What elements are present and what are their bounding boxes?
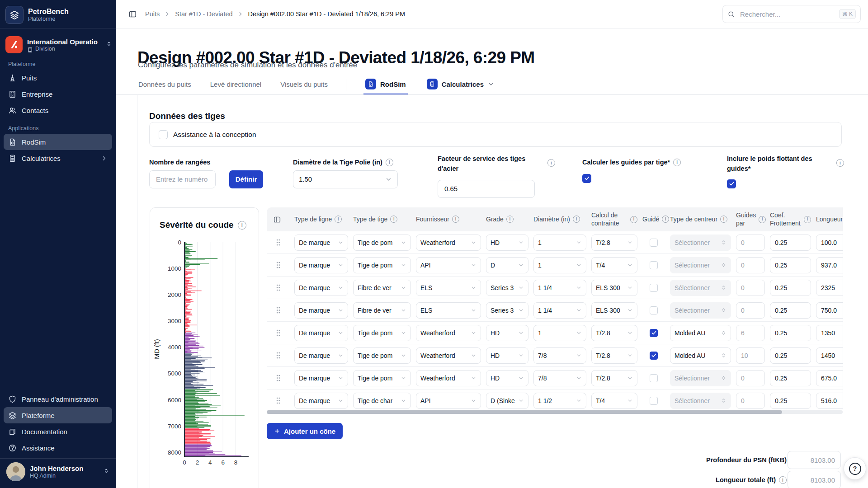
- dia-select[interactable]: 1 1/4: [533, 302, 586, 319]
- guides-per-input[interactable]: 0: [736, 393, 765, 409]
- centralizer-select[interactable]: Molded AU: [670, 325, 731, 341]
- centralizer-select[interactable]: Sélectionner: [670, 393, 731, 409]
- vendor-select[interactable]: Weatherford: [416, 235, 481, 251]
- guided-checkbox[interactable]: [650, 374, 658, 382]
- length-input[interactable]: 750.0: [816, 302, 843, 319]
- info-icon[interactable]: i: [673, 159, 681, 166]
- stress-select[interactable]: T/2.8: [591, 235, 637, 251]
- rod-select[interactable]: Tige de pom: [353, 347, 411, 364]
- length-input[interactable]: 2325: [816, 280, 843, 296]
- set-rows-button[interactable]: Définir: [229, 170, 263, 188]
- breadcrumb-link[interactable]: Star #1D - Deviated: [175, 10, 232, 18]
- line-select[interactable]: De marque: [294, 347, 348, 364]
- sidebar-item-panneau-d-administration[interactable]: Panneau d'administration: [4, 391, 112, 407]
- vendor-select[interactable]: API: [416, 257, 481, 273]
- drag-handle-icon[interactable]: [267, 306, 289, 314]
- guided-checkbox[interactable]: [650, 261, 658, 269]
- line-select[interactable]: De marque: [294, 325, 348, 341]
- guides-per-input[interactable]: 6: [736, 325, 765, 341]
- breadcrumb-link[interactable]: Puits: [145, 10, 160, 18]
- grade-select[interactable]: Series 3: [486, 280, 528, 296]
- sidebar-item-documentation[interactable]: Documentation: [4, 423, 112, 440]
- guides-per-input[interactable]: 10: [736, 347, 765, 364]
- line-select[interactable]: De marque: [294, 235, 348, 251]
- user-menu[interactable]: John Henderson HQ Admin: [4, 459, 112, 484]
- tab-calculatrices[interactable]: Calculatrices: [425, 79, 496, 94]
- length-input[interactable]: 1450: [816, 347, 843, 364]
- design-assist-checkbox[interactable]: [159, 130, 168, 139]
- org-switcher[interactable]: International Operatio Division: [5, 33, 112, 57]
- dia-select[interactable]: 1: [533, 235, 586, 251]
- tab-visuels-du-puits[interactable]: Visuels du puits: [279, 79, 329, 94]
- stress-select[interactable]: T/4: [591, 393, 637, 409]
- drag-handle-icon[interactable]: [267, 374, 289, 382]
- info-icon[interactable]: i: [779, 476, 787, 484]
- drag-handle-icon[interactable]: [267, 239, 289, 246]
- vendor-select[interactable]: ELS: [416, 280, 481, 296]
- info-icon[interactable]: i: [804, 216, 811, 223]
- length-input[interactable]: 937.0: [816, 257, 843, 273]
- vendor-select[interactable]: ELS: [416, 302, 481, 319]
- rod-select[interactable]: Tige de pom: [353, 325, 411, 341]
- stress-select[interactable]: ELS 300: [591, 280, 637, 296]
- guides-per-input[interactable]: 0: [736, 235, 765, 251]
- tab-donn-es-du-puits[interactable]: Données du puits: [137, 79, 192, 94]
- drag-handle-icon[interactable]: [267, 397, 289, 404]
- rod-select[interactable]: Tige de pom: [353, 257, 411, 273]
- info-icon[interactable]: i: [506, 216, 514, 223]
- info-icon[interactable]: i: [335, 216, 342, 223]
- grade-select[interactable]: HD: [486, 370, 528, 386]
- length-input[interactable]: 516.0: [816, 393, 843, 409]
- friction-coef-input[interactable]: 0.25: [770, 302, 811, 319]
- guided-checkbox[interactable]: [650, 306, 658, 314]
- tab-rodsim[interactable]: RodSim: [363, 79, 408, 95]
- sidebar-item-rodsim[interactable]: RodSim: [4, 134, 112, 150]
- info-icon[interactable]: i: [386, 159, 393, 166]
- centralizer-select[interactable]: Sélectionner: [670, 370, 731, 386]
- stress-select[interactable]: T/2.8: [591, 347, 637, 364]
- rod-select[interactable]: Tige de char: [353, 393, 411, 409]
- length-input[interactable]: 675.0: [816, 370, 843, 386]
- columns-icon[interactable]: [267, 216, 289, 224]
- add-taper-button[interactable]: Ajouter un cône: [267, 423, 343, 439]
- sidebar-item-entreprise[interactable]: Entreprise: [4, 86, 112, 102]
- rows-input[interactable]: [155, 175, 210, 183]
- help-fab[interactable]: ?: [844, 457, 866, 480]
- friction-coef-input[interactable]: 0.25: [770, 257, 811, 273]
- guides-per-input[interactable]: 0: [736, 257, 765, 273]
- guides-per-input[interactable]: 0: [736, 280, 765, 296]
- grade-select[interactable]: HD: [486, 347, 528, 364]
- grade-select[interactable]: D: [486, 257, 528, 273]
- float-weight-checkbox[interactable]: [727, 179, 736, 188]
- dia-select[interactable]: 1 1/2: [533, 393, 586, 409]
- length-input[interactable]: 1350: [816, 325, 843, 341]
- info-icon[interactable]: i: [836, 159, 844, 167]
- guided-checkbox[interactable]: [650, 397, 658, 405]
- info-icon[interactable]: i: [547, 159, 555, 167]
- vendor-select[interactable]: API: [416, 393, 481, 409]
- info-icon[interactable]: i: [452, 216, 459, 223]
- friction-coef-input[interactable]: 0.25: [770, 347, 811, 364]
- guides-per-input[interactable]: 0: [736, 302, 765, 319]
- centralizer-select[interactable]: Molded AU: [670, 347, 731, 364]
- rod-select[interactable]: Fibre de ver: [353, 280, 411, 296]
- line-select[interactable]: De marque: [294, 393, 348, 409]
- friction-coef-input[interactable]: 0.25: [770, 370, 811, 386]
- line-select[interactable]: De marque: [294, 370, 348, 386]
- centralizer-select[interactable]: Sélectionner: [670, 257, 731, 273]
- drag-handle-icon[interactable]: [267, 352, 289, 359]
- info-icon[interactable]: i: [630, 216, 637, 223]
- grade-select[interactable]: HD: [486, 325, 528, 341]
- rod-select[interactable]: Tige de pom: [353, 235, 411, 251]
- info-icon[interactable]: i: [390, 216, 397, 223]
- centralizer-select[interactable]: Sélectionner: [670, 302, 731, 319]
- stress-select[interactable]: T/2.8: [591, 325, 637, 341]
- sidebar-toggle-icon[interactable]: [128, 10, 137, 19]
- drag-handle-icon[interactable]: [267, 261, 289, 269]
- friction-coef-input[interactable]: 0.25: [770, 393, 811, 409]
- dia-select[interactable]: 1: [533, 325, 586, 341]
- dia-select[interactable]: 7/8: [533, 370, 586, 386]
- grade-select[interactable]: Series 3: [486, 302, 528, 319]
- line-select[interactable]: De marque: [294, 257, 348, 273]
- stress-select[interactable]: T/2.8: [591, 370, 637, 386]
